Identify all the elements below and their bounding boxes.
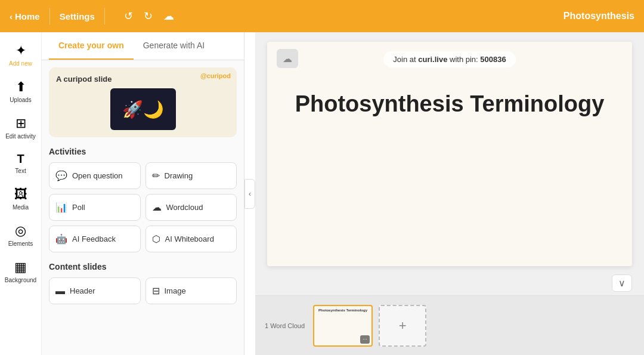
topbar-left: ‹ Home Settings ↺ ↻ ☁ <box>10 7 177 25</box>
sidebar-label-elements: Elements <box>8 240 33 248</box>
chevron-left-icon: ‹ <box>10 11 13 21</box>
wordcloud-icon: ☁ <box>152 202 162 213</box>
add-panel: Create your own Generate with AI @curipo… <box>42 32 244 355</box>
filmstrip-label: 1 Word Cloud <box>265 322 305 329</box>
redo-button[interactable]: ↻ <box>141 7 155 25</box>
sidebar-label-media: Media <box>13 204 29 211</box>
presentation-title: Photosynthesis <box>564 11 634 21</box>
header-icon: ▬ <box>55 286 65 297</box>
sidebar-label-edit-activity: Edit activity <box>5 133 36 140</box>
edit-activity-icon: ⊞ <box>16 116 26 131</box>
filmstrip-slide-title: Photosynthesis Terminology <box>314 306 371 314</box>
image-icon: ⊟ <box>152 285 160 297</box>
home-label: Home <box>15 11 40 21</box>
topbar: ‹ Home Settings ↺ ↻ ☁ Photosynthesis <box>0 0 644 32</box>
panel-tabs: Create your own Generate with AI <box>42 32 244 60</box>
undo-button[interactable]: ↺ <box>122 7 135 25</box>
ai-feedback-button[interactable]: 🤖 AI Feedback <box>49 226 141 252</box>
activities-grid: 💬 Open question ✏ Drawing 📊 Poll ☁ Wordc… <box>49 162 237 252</box>
topbar-actions: ↺ ↻ ☁ <box>122 7 177 25</box>
slide-main-title: Photosynthesis Terminology <box>271 91 628 117</box>
drawing-icon: ✏ <box>152 170 160 181</box>
cloud-icon: ☁ <box>283 53 292 64</box>
filmstrip: 1 Word Cloud Photosynthesis Terminology … <box>255 295 644 355</box>
sidebar-item-elements[interactable]: ◎ Elements <box>2 218 40 252</box>
main-layout: ✦ Add new ⬆ Uploads ⊞ Edit activity T Te… <box>0 32 644 355</box>
poll-button[interactable]: 📊 Poll <box>49 194 141 221</box>
sidebar-label-text: Text <box>15 168 26 175</box>
sidebar-item-add-new[interactable]: ✦ Add new <box>2 38 40 72</box>
sidebar-label-add-new: Add new <box>9 60 32 67</box>
sidebar-item-text[interactable]: T Text <box>2 147 40 180</box>
drawing-button[interactable]: ✏ Drawing <box>145 162 237 189</box>
poll-icon: 📊 <box>55 202 67 213</box>
content-slides-grid: ▬ Header ⊟ Image <box>49 277 237 304</box>
sidebar-item-background[interactable]: ▦ Background <box>2 255 40 289</box>
sidebar-item-media[interactable]: 🖼 Media <box>2 182 40 216</box>
tab-create-your-own[interactable]: Create your own <box>49 32 134 60</box>
sidebar-label-uploads: Uploads <box>10 97 32 104</box>
sidebar-item-uploads[interactable]: ⬆ Uploads <box>2 75 40 109</box>
sidebar-item-edit-activity[interactable]: ⊞ Edit activity <box>2 111 40 145</box>
add-slide-button[interactable]: + <box>379 305 426 347</box>
canvas-area: ☁ Join at curi.live with pin: 500836 Pho… <box>255 32 644 355</box>
slide-canvas: ☁ Join at curi.live with pin: 500836 Pho… <box>267 42 632 266</box>
text-icon: T <box>17 152 24 166</box>
media-icon: 🖼 <box>14 187 27 202</box>
ai-whiteboard-button[interactable]: ⬡ AI Whiteboard <box>145 226 237 252</box>
join-bar: Join at curi.live with pin: 500836 <box>383 51 515 67</box>
activities-section-title: Activities <box>49 147 237 156</box>
elements-icon: ◎ <box>15 223 26 239</box>
uploads-icon: ⬆ <box>16 79 26 95</box>
canvas-cloud-button[interactable]: ☁ <box>277 49 298 68</box>
add-new-icon: ✦ <box>16 43 26 58</box>
left-sidebar: ✦ Add new ⬆ Uploads ⊞ Edit activity T Te… <box>0 32 42 355</box>
expand-button[interactable]: ∨ <box>612 274 632 292</box>
ai-whiteboard-icon: ⬡ <box>152 233 160 245</box>
slide-card: @curipod A curipod slide 🚀🌙 <box>49 67 237 137</box>
open-question-icon: 💬 <box>55 170 67 181</box>
panel-collapse-button[interactable]: ‹ <box>244 179 255 209</box>
content-slides-section-title: Content slides <box>49 262 237 271</box>
image-button[interactable]: ⊟ Image <box>145 277 237 304</box>
settings-button[interactable]: Settings <box>60 11 95 21</box>
header-button[interactable]: ▬ Header <box>49 277 141 304</box>
canvas-bottom-toolbar: ∨ <box>255 271 644 295</box>
topbar-divider2 <box>104 8 105 24</box>
panel-content: @curipod A curipod slide 🚀🌙 Activities 💬… <box>42 60 244 355</box>
slide-card-image: 🚀🌙 <box>110 88 176 130</box>
wordcloud-button[interactable]: ☁ Wordcloud <box>145 194 237 221</box>
filmstrip-slide-1[interactable]: Photosynthesis Terminology ⋯ <box>313 305 373 347</box>
topbar-divider <box>49 8 50 24</box>
filmstrip-slide-options-icon[interactable]: ⋯ <box>360 335 370 344</box>
open-question-button[interactable]: 💬 Open question <box>49 162 141 189</box>
save-cloud-button[interactable]: ☁ <box>161 7 177 25</box>
sidebar-label-background: Background <box>5 277 36 284</box>
ai-feedback-icon: 🤖 <box>55 233 67 245</box>
curipod-badge: @curipod <box>200 72 231 79</box>
background-icon: ▦ <box>14 260 27 275</box>
home-button[interactable]: ‹ Home <box>10 11 40 21</box>
tab-generate-with-ai[interactable]: Generate with AI <box>134 32 215 60</box>
